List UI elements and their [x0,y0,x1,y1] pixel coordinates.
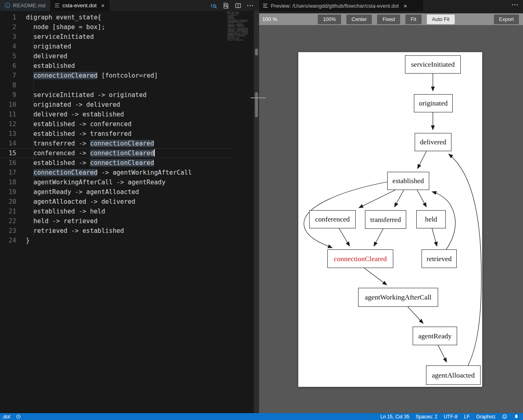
notifications-bell-icon[interactable] [514,414,519,419]
highlighted-word: connectionCleared [90,140,154,147]
line-number: 5 [0,51,16,61]
code-line[interactable]: 18 agentWorkingAfterCall -> agentReady [0,177,231,187]
line-number: 1 [0,13,16,22]
diagram-node-agentAlloacted: agentAlloacted [426,365,481,385]
status-item[interactable]: LF [464,414,470,420]
edge-delivered-established [418,151,426,169]
code-text: connectionCleared [fontcolor=red] [16,71,158,80]
status-item[interactable]: UTF-8 [444,414,458,420]
code-text: established [16,61,75,71]
code-text: conferenced -> connectionCleared [16,148,155,158]
close-icon[interactable]: × [101,2,105,9]
code-line[interactable]: 6 established [0,61,231,71]
minimap[interactable]: digraph event_state{ node [shape = box];… [226,12,248,42]
code-line[interactable]: 13 established -> transferred [0,129,231,139]
code-line[interactable]: 1digraph event_state{ [0,13,231,22]
toolbar-button-fit[interactable]: Fit [405,15,422,24]
export-button[interactable]: Export [494,15,519,24]
line-number: 11 [0,110,16,119]
code-line[interactable]: 10 originated -> delivered [0,100,231,110]
tab-csta-event-dot[interactable]: csta-event.dot × [50,0,110,11]
code-text: serviceInitiated -> originated [16,90,147,100]
line-number: 24 [0,236,16,245]
diagram-node-held: held [416,210,446,228]
code-text: established -> conferenced [16,119,131,129]
code-text: agentAlloacted -> delivered [16,197,135,207]
open-preview-side-icon[interactable] [210,2,217,9]
code-text: delivered [16,51,67,61]
editor-scrollbar[interactable] [254,11,259,413]
line-number: 12 [0,119,16,129]
preview-content[interactable]: serviceInitiatedoriginateddeliveredestab… [259,25,523,413]
preview-more-icon[interactable]: ··· [512,1,519,8]
toolbar-button-auto-fit[interactable]: Auto Fit [427,15,455,24]
code-line[interactable]: 16 established -> connectionCleared [0,158,231,168]
open-preview-icon[interactable] [223,2,229,9]
code-line[interactable]: 3 serviceInitiated [0,32,231,42]
code-line[interactable]: 7 connectionCleared [fontcolor=red] [0,71,231,80]
line-number: 17 [0,168,16,177]
code-line[interactable]: 19 agentReady -> agentAlloacted [0,187,231,197]
code-text: digraph event_state{ [16,13,101,22]
code-line[interactable]: 2 node [shape = box]; [0,22,231,32]
code-line[interactable]: 8 [0,80,231,90]
code-text: established -> held [16,207,105,216]
code-line[interactable]: 23 retrieved -> established [0,226,231,236]
edge-agentWorkingAfterCall-agentReady [408,307,423,323]
line-number: 14 [0,139,16,148]
code-text: agentReady -> agentAlloacted [16,187,139,197]
code-text: delivered -> established [16,110,124,119]
code-text: originated -> delivered [16,100,120,110]
status-item[interactable]: Spaces: 2 [416,414,437,420]
preview-group: Preview: /Users/wangdd/github/flowchar/c… [259,0,523,413]
code-line[interactable]: 9 serviceInitiated -> originated [0,90,231,100]
code-text: retrieved -> established [16,226,124,236]
clock-icon[interactable] [16,414,21,419]
diagram-node-serviceInitiated: serviceInitiated [405,55,461,74]
code-line[interactable]: 15 conferenced -> connectionCleared [0,148,231,158]
line-number: 22 [0,216,16,226]
more-actions-icon[interactable]: ··· [247,2,254,9]
status-item[interactable]: Graphviz [476,414,496,420]
status-language-mode[interactable]: .dot [2,414,10,420]
code-line[interactable]: 12 established -> conferenced [0,119,231,129]
code-line[interactable]: 5 delivered [0,51,231,61]
code-editor[interactable]: 1digraph event_state{2 node [shape = box… [0,11,254,413]
status-item[interactable]: Ln 15, Col 35 [380,414,409,420]
dot-file-icon [55,4,59,8]
code-line[interactable]: 20 agentAlloacted -> delivered [0,197,231,207]
diagram-node-delivered: delivered [415,133,451,151]
preview-tab[interactable]: Preview: /Users/wangdd/github/flowchar/c… [259,0,423,11]
scrollbar-handle[interactable] [255,92,258,117]
edge-established-transferred [394,190,404,207]
line-number: 13 [0,129,16,139]
line-number: 15 [0,148,16,158]
line-number: 4 [0,42,16,51]
preview-toolbar-buttons: 100%CenterFixedFitAuto Fit [318,15,455,24]
tab-readme[interactable]: i README.md [0,0,50,11]
feedback-smiley-icon[interactable] [502,414,507,419]
code-lines: 1digraph event_state{2 node [shape = box… [0,13,254,245]
zoom-level-label: 100 % [262,16,277,22]
toolbar-button-fixed[interactable]: Fixed [377,15,400,24]
toolbar-button-center[interactable]: Center [346,15,372,24]
pane-sash-handle[interactable] [251,97,266,98]
line-number: 6 [0,61,16,71]
code-text: established -> connectionCleared [16,158,154,168]
edge-established-held [417,190,426,207]
code-line[interactable]: 24} [0,236,231,245]
code-line[interactable]: 11 delivered -> established [0,110,231,119]
scrollbar-handle[interactable] [255,49,258,55]
code-line[interactable]: 4 originated [0,42,231,51]
diagram-node-agentWorkingAfterCall: agentWorkingAfterCall [358,288,438,307]
code-line[interactable]: 22 held -> retrieved [0,216,231,226]
code-line[interactable]: 17 connectionCleared -> agentWorkingAfte… [0,168,231,177]
diagram-node-originated: originated [414,94,453,112]
diagram-node-transferred: transferred [365,210,406,229]
code-line[interactable]: 21 established -> held [0,207,231,216]
split-editor-icon[interactable] [235,2,241,9]
code-line[interactable]: 14 transferred -> connectionCleared [0,139,231,148]
close-icon[interactable]: × [404,2,407,9]
highlighted-word: connectionCleared [90,159,154,167]
toolbar-button-100-[interactable]: 100% [318,15,341,24]
